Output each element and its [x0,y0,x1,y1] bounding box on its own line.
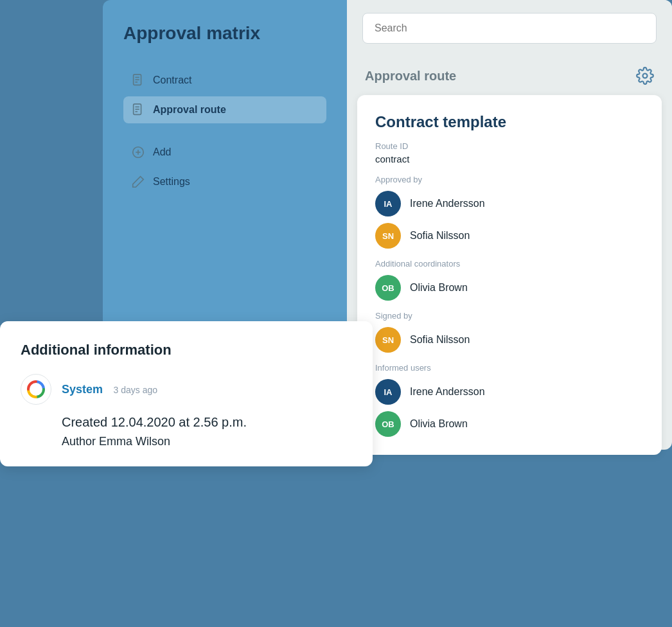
document-icon-2 [131,103,145,117]
system-logo [21,374,51,405]
sidebar-item-contract-label: Contract [153,75,191,86]
sidebar-item-add-label: Add [153,146,171,158]
avatar-sn-2: SN [375,327,401,353]
user-name-sofia-2: Sofia Nilsson [410,334,470,346]
system-logo-icon [26,379,46,400]
approval-route-header: Approval route [347,57,672,95]
add-icon [131,145,145,159]
gear-icon[interactable] [636,67,654,85]
signed-by-label: Signed by [375,311,644,321]
avatar-ob-2: OB [375,411,401,437]
user-name-olivia-1: Olivia Brown [410,282,468,294]
additional-info-title: Additional information [21,342,352,358]
right-panel: Approval route Contract template Route I… [347,0,672,450]
user-name-olivia-2: Olivia Brown [410,418,468,430]
approval-route-title: Approval route [365,69,456,84]
route-id-label: Route ID [375,141,644,151]
author-text: Author Emma Wilson [62,435,352,448]
document-icon [131,73,145,87]
user-name-irene-2: Irene Andersson [410,386,485,398]
sidebar-item-approval-route[interactable]: Approval route [123,96,326,123]
approved-by-label: Approved by [375,175,644,184]
system-time: 3 days ago [114,385,158,395]
system-name: System [62,383,103,396]
informed-users-label: Informed users [375,363,644,373]
sidebar-item-contract[interactable]: Contract [123,67,326,94]
informed-user-1: IA Irene Andersson [375,379,644,405]
sidebar-item-add[interactable]: Add [123,139,326,166]
approved-by-user-1: IA Irene Andersson [375,191,644,216]
user-name-irene-1: Irene Andersson [410,198,485,209]
user-name-sofia-1: Sofia Nilsson [410,230,470,242]
system-info: System 3 days ago [62,383,157,396]
avatar-ia-1: IA [375,191,401,216]
sidebar-item-settings[interactable]: Settings [123,168,326,195]
contract-card-title: Contract template [375,113,644,131]
avatar-ia-2: IA [375,379,401,405]
system-row: System 3 days ago [21,374,352,405]
svg-point-11 [643,74,648,78]
avatar-ob-1: OB [375,275,401,301]
avatar-sn-1: SN [375,223,401,249]
search-area [347,0,672,57]
coordinator-user-1: OB Olivia Brown [375,275,644,301]
created-text: Created 12.04.2020 at 2.56 p.m. [62,415,352,430]
signed-by-user-1: SN Sofia Nilsson [375,327,644,353]
additional-info-card: Additional information System 3 days ago… [0,321,373,466]
contract-card: Contract template Route ID contract Appr… [357,95,662,455]
pencil-icon [131,175,145,189]
search-input[interactable] [362,13,657,44]
app-title: Approval matrix [123,23,326,44]
additional-coordinators-label: Additional coordinators [375,259,644,269]
sidebar-item-settings-label: Settings [153,176,190,188]
sidebar-item-approval-route-label: Approval route [153,104,226,116]
route-id-value: contract [375,154,644,164]
approved-by-user-2: SN Sofia Nilsson [375,223,644,249]
informed-user-2: OB Olivia Brown [375,411,644,437]
